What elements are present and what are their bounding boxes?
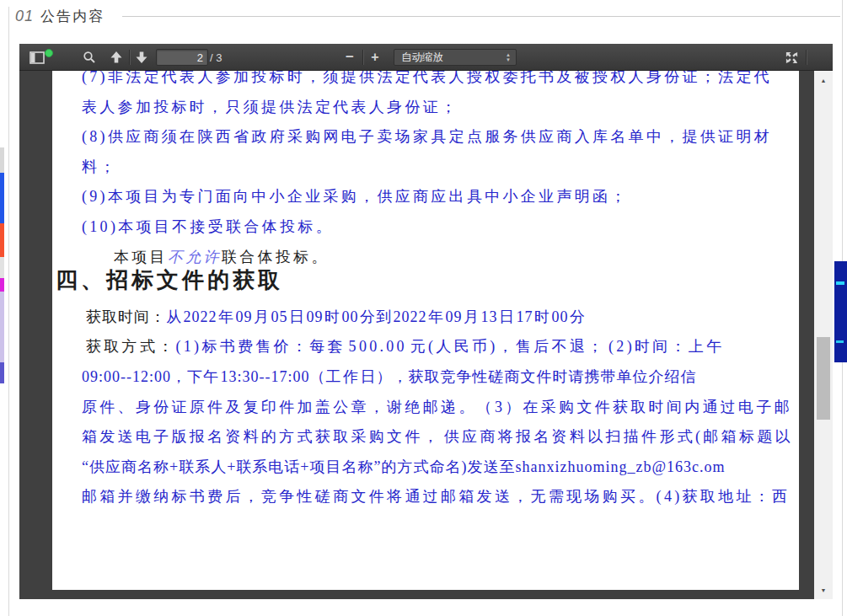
pdf-document: (7)非法定代表人参加投标时，须提供法定代表人授权委托书及被授权人身份证；法定代… (52, 71, 799, 512)
scrollbar-thumb[interactable] (817, 337, 830, 420)
left-edge-strip (0, 362, 4, 383)
zoom-in-button[interactable]: + (365, 47, 385, 67)
left-edge-strip (0, 173, 4, 223)
doc-line: (7)非法定代表人参加投标时，须提供法定代表人授权委托书及被授权人身份证；法定代 (82, 71, 799, 93)
pdf-page: (7)非法定代表人参加投标时，须提供法定代表人授权委托书及被授权人身份证；法定代… (52, 71, 799, 590)
scroll-down-button[interactable]: ▼ (814, 582, 833, 597)
page-count-label: / 3 (210, 44, 222, 71)
fullscreen-button[interactable] (780, 47, 803, 67)
doc-line: 获取方式：(1)标书费售价：每套 500.00 元(人民币)，售后不退； (2)… (86, 332, 799, 362)
arrow-up-icon (110, 51, 123, 64)
select-caret-icon: ▲ ▼ (506, 52, 511, 62)
doc-line: 获取时间：从 2022 年 09 月 05 日 09 时 00 分到 2022 … (86, 303, 799, 333)
doc-line: 原件、身份证原件及复印件加盖公章，谢绝邮递。（3）在采购文件获取时间内通过电子邮 (82, 393, 799, 423)
doc-line: 邮箱并缴纳标书费后，竞争性磋商文件将通过邮箱发送，无需现场购买。(4)获取地址：… (82, 482, 799, 512)
pdf-viewer: / 3 − + 自动缩放 ▲ ▼ (19, 44, 833, 599)
zoom-out-button[interactable]: − (340, 47, 360, 67)
toolbar-separator (129, 50, 131, 65)
search-icon (83, 51, 96, 64)
section-number: 01 (15, 8, 34, 24)
zoom-level-value: 自动缩放 (401, 51, 443, 65)
doc-line: 料； (82, 153, 799, 183)
arrow-down-icon (135, 51, 148, 64)
left-edge-strip (0, 147, 4, 173)
doc-line: “供应商名称+联系人+联系电话+项目名称”的方式命名)发送至shanxizhuo… (82, 453, 799, 483)
doc-line: (8)供应商须在陕西省政府采购网电子卖场家具定点服务供应商入库名单中，提供证明材 (82, 122, 799, 153)
viewer-scrollbar[interactable]: ▲ ▼ (814, 71, 833, 599)
floating-side-widget[interactable] (834, 261, 847, 362)
left-edge-strip (0, 292, 4, 362)
toolbar-separator (806, 50, 807, 65)
notification-dot-icon (45, 49, 53, 57)
doc-line: 09:00--12:00，下午 13:30--17:00（工 作 日），获取竞争… (82, 362, 799, 393)
left-edge-strip (0, 257, 4, 278)
section-title: 公告内容 (40, 8, 105, 24)
zoom-level-select[interactable]: 自动缩放 ▲ ▼ (394, 49, 517, 66)
doc-line: 表人参加投标时，只须提供法定代表人身份证； (82, 93, 799, 123)
previous-page-button[interactable] (106, 47, 126, 67)
doc-line: (10)本项目不接受联合体投标。 (82, 212, 799, 243)
fullscreen-icon (785, 51, 799, 65)
doc-line: 四、招标文件的获取 (56, 265, 799, 296)
panel-left-border (8, 7, 9, 616)
page-title: 01公告内容 (15, 7, 105, 30)
title-divider (122, 16, 840, 17)
search-button[interactable] (78, 47, 100, 67)
left-edge-strip (0, 278, 4, 292)
sidebar-toggle-button[interactable] (24, 47, 50, 67)
doc-line: 箱发送电子版报名资料的方式获取采购文件， 供应商将报名资料以扫描件形式(邮箱标题… (82, 422, 799, 453)
toolbar-separator (362, 50, 364, 65)
next-page-button[interactable] (131, 47, 152, 67)
scroll-up-button[interactable]: ▲ (814, 72, 833, 88)
doc-line: (9)本项目为专门面向中小企业采购，供应商应出具中小企业声明函； (82, 182, 799, 212)
pdf-toolbar: / 3 − + 自动缩放 ▲ ▼ (19, 44, 833, 71)
left-edge-strip (0, 223, 4, 257)
pdf-content-area: (7)非法定代表人参加投标时，须提供法定代表人授权委托书及被授权人身份证；法定代… (19, 71, 833, 599)
sidebar-icon (29, 51, 45, 64)
page-number-input[interactable] (156, 49, 208, 66)
